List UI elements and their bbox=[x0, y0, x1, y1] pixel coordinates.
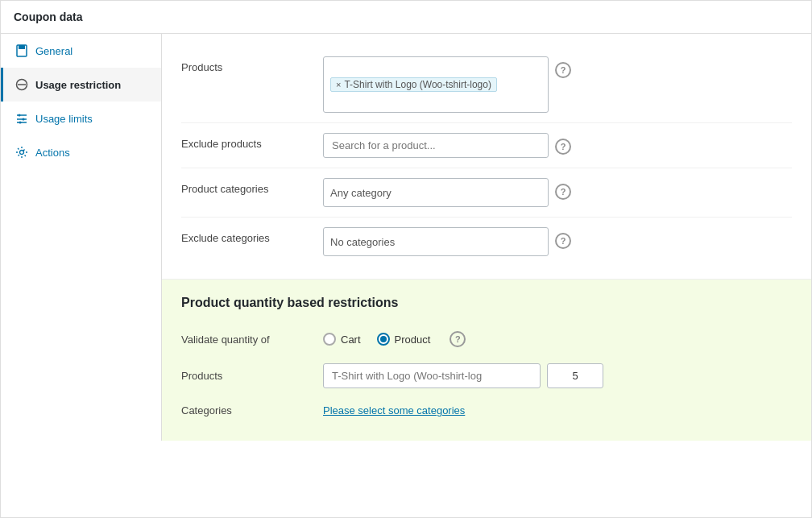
exclude-categories-help-icon[interactable]: ? bbox=[555, 233, 571, 249]
sidebar-item-usage-restriction[interactable]: Usage restriction bbox=[1, 68, 161, 102]
green-section: Product quantity based restrictions Vali… bbox=[162, 280, 811, 441]
svg-rect-1 bbox=[19, 45, 25, 49]
sidebar-item-label-general: General bbox=[35, 45, 72, 57]
exclude-categories-label: Exclude categories bbox=[181, 227, 310, 244]
radio-product-label: Product bbox=[395, 334, 431, 346]
exclude-categories-value: No categories bbox=[330, 236, 395, 248]
main-content: Products × T-Shirt with Logo (Woo-tshirt… bbox=[162, 34, 811, 441]
coupon-title: Coupon data bbox=[1, 1, 811, 34]
radio-cart-circle bbox=[323, 333, 336, 346]
exclude-products-help-icon[interactable]: ? bbox=[555, 139, 571, 155]
products-control: × T-Shirt with Logo (Woo-tshirt-logo) ? bbox=[323, 56, 792, 113]
exclude-categories-control: No categories ? bbox=[323, 227, 792, 256]
products-label: Products bbox=[181, 56, 310, 73]
products-help-icon[interactable]: ? bbox=[555, 62, 571, 78]
coupon-body: General Usage restriction bbox=[1, 34, 811, 441]
radio-product[interactable]: Product bbox=[377, 333, 431, 346]
exclude-products-input[interactable] bbox=[323, 133, 549, 158]
svg-point-10 bbox=[20, 151, 24, 155]
product-categories-value: Any category bbox=[330, 187, 392, 199]
exclude-products-field-row: Exclude products ? bbox=[181, 123, 792, 168]
product-categories-field-row: Product categories Any category ? bbox=[181, 168, 792, 218]
gear-icon bbox=[14, 145, 29, 160]
tag-remove-btn[interactable]: × bbox=[336, 80, 341, 89]
categories-link[interactable]: Please select some categories bbox=[323, 404, 465, 416]
radio-product-circle bbox=[377, 333, 390, 346]
green-products-row: Products bbox=[181, 355, 792, 396]
sidebar-item-label-usage-restriction: Usage restriction bbox=[35, 79, 121, 91]
exclude-categories-select[interactable]: No categories bbox=[323, 227, 549, 256]
validate-radio-group: Cart Product bbox=[323, 333, 430, 346]
product-categories-help-icon[interactable]: ? bbox=[555, 184, 571, 200]
product-categories-label: Product categories bbox=[181, 178, 310, 195]
green-categories-row: Categories Please select some categories bbox=[181, 396, 792, 425]
product-categories-control: Any category ? bbox=[323, 178, 792, 207]
sidebar-item-usage-limits[interactable]: Usage limits bbox=[1, 102, 161, 135]
sidebar-item-label-usage-limits: Usage limits bbox=[35, 113, 93, 125]
exclude-categories-field-row: Exclude categories No categories ? bbox=[181, 218, 792, 266]
svg-point-9 bbox=[19, 122, 22, 124]
green-products-label: Products bbox=[181, 370, 310, 382]
validate-quantity-label: Validate quantity of bbox=[181, 334, 310, 346]
svg-point-7 bbox=[23, 118, 25, 121]
radio-cart[interactable]: Cart bbox=[323, 333, 361, 346]
products-select[interactable]: × T-Shirt with Logo (Woo-tshirt-logo) bbox=[323, 56, 549, 113]
sidebar-item-label-actions: Actions bbox=[35, 147, 70, 159]
validate-quantity-row: Validate quantity of Cart Product bbox=[181, 323, 792, 355]
products-field-row: Products × T-Shirt with Logo (Woo-tshirt… bbox=[181, 47, 792, 123]
sliders-icon bbox=[14, 111, 29, 126]
sidebar-item-actions[interactable]: Actions bbox=[1, 135, 161, 169]
coupon-container: Coupon data General bbox=[0, 0, 812, 518]
fields-section: Products × T-Shirt with Logo (Woo-tshirt… bbox=[162, 34, 811, 280]
product-categories-select[interactable]: Any category bbox=[323, 178, 549, 207]
product-tag: × T-Shirt with Logo (Woo-tshirt-logo) bbox=[330, 77, 497, 92]
quantity-input[interactable] bbox=[547, 363, 603, 388]
radio-cart-label: Cart bbox=[341, 334, 361, 346]
tag-label: T-Shirt with Logo (Woo-tshirt-logo) bbox=[344, 79, 491, 90]
svg-point-5 bbox=[19, 114, 21, 117]
green-categories-label: Categories bbox=[181, 404, 310, 416]
green-product-input[interactable] bbox=[323, 363, 541, 388]
exclude-products-label: Exclude products bbox=[181, 133, 310, 150]
green-section-title: Product quantity based restrictions bbox=[181, 296, 792, 310]
sidebar: General Usage restriction bbox=[1, 34, 162, 441]
product-input-row bbox=[323, 363, 603, 388]
validate-help-icon[interactable]: ? bbox=[450, 331, 466, 347]
exclude-products-control: ? bbox=[323, 133, 792, 158]
sidebar-item-general[interactable]: General bbox=[1, 34, 161, 68]
radio-product-dot bbox=[380, 336, 387, 342]
bookmark-icon bbox=[14, 44, 29, 58]
ban-icon bbox=[14, 77, 29, 92]
